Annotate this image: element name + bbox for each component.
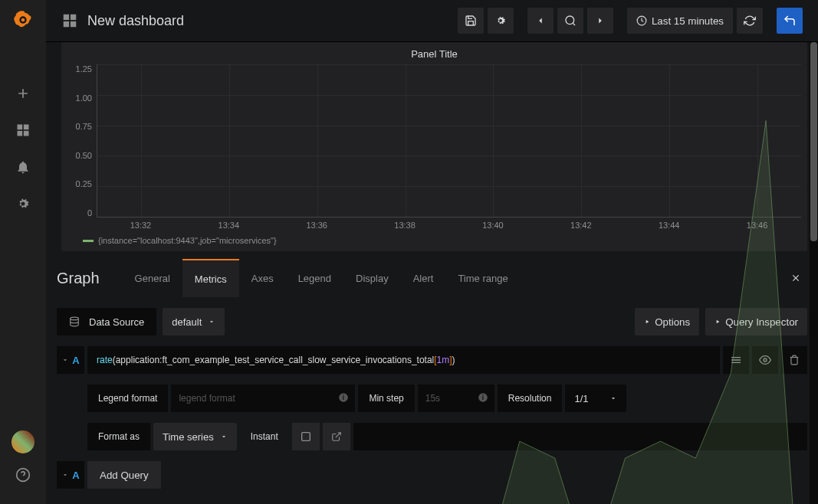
timerange-picker[interactable]: Last 15 minutes bbox=[627, 8, 733, 34]
back-to-dashboard-button[interactable] bbox=[777, 8, 803, 34]
svg-text:i: i bbox=[482, 394, 484, 401]
svg-rect-8 bbox=[71, 15, 76, 20]
svg-rect-9 bbox=[64, 21, 69, 27]
timerange-forward-button[interactable] bbox=[587, 8, 613, 34]
scrollbar[interactable] bbox=[810, 42, 818, 504]
query-toggle[interactable]: A bbox=[57, 346, 84, 374]
info-icon[interactable]: i bbox=[478, 392, 488, 403]
chevron-down-icon bbox=[61, 356, 69, 364]
legend-swatch bbox=[83, 240, 94, 242]
y-axis: 1.25 1.00 0.75 0.50 0.25 0 bbox=[67, 64, 97, 218]
svg-rect-2 bbox=[18, 125, 23, 130]
add-query-toggle[interactable]: A bbox=[57, 461, 84, 489]
svg-rect-3 bbox=[24, 125, 29, 130]
refresh-button[interactable] bbox=[737, 8, 763, 34]
avatar[interactable] bbox=[11, 430, 34, 453]
svg-line-12 bbox=[573, 23, 575, 25]
grafana-logo[interactable] bbox=[11, 8, 35, 32]
svg-point-11 bbox=[566, 16, 574, 25]
chevron-down-icon bbox=[61, 471, 69, 479]
svg-rect-5 bbox=[24, 131, 29, 136]
config-icon[interactable] bbox=[8, 188, 38, 219]
chart-series bbox=[97, 64, 801, 504]
alerts-icon[interactable] bbox=[8, 152, 38, 182]
chart-area[interactable]: 1.25 1.00 0.75 0.50 0.25 0 bbox=[67, 64, 801, 218]
timerange-back-button[interactable] bbox=[527, 8, 554, 34]
dashboards-icon[interactable] bbox=[8, 115, 38, 146]
svg-point-1 bbox=[21, 18, 25, 22]
legend-format-input[interactable] bbox=[171, 385, 355, 412]
topbar: New dashboard bbox=[46, 0, 818, 42]
main-content: New dashboard bbox=[46, 0, 818, 504]
zoom-out-button[interactable] bbox=[557, 8, 583, 34]
add-icon[interactable] bbox=[8, 78, 38, 109]
info-icon[interactable]: i bbox=[338, 392, 349, 403]
database-icon bbox=[69, 316, 80, 327]
svg-rect-7 bbox=[64, 15, 69, 20]
timerange-label: Last 15 minutes bbox=[652, 15, 724, 27]
svg-text:i: i bbox=[343, 394, 344, 401]
graph-panel: Panel Title 1.25 1.00 0.75 0.50 0.25 0 bbox=[61, 42, 807, 251]
svg-rect-10 bbox=[71, 21, 76, 27]
panel-title[interactable]: Panel Title bbox=[67, 48, 801, 64]
dashboards-grid-icon[interactable] bbox=[61, 12, 78, 29]
save-button[interactable] bbox=[458, 8, 484, 34]
svg-rect-4 bbox=[18, 131, 23, 136]
dashboard-title[interactable]: New dashboard bbox=[87, 13, 184, 29]
sidenav bbox=[0, 0, 46, 504]
settings-button[interactable] bbox=[488, 8, 514, 34]
svg-point-14 bbox=[71, 317, 79, 320]
help-icon[interactable] bbox=[8, 460, 38, 490]
